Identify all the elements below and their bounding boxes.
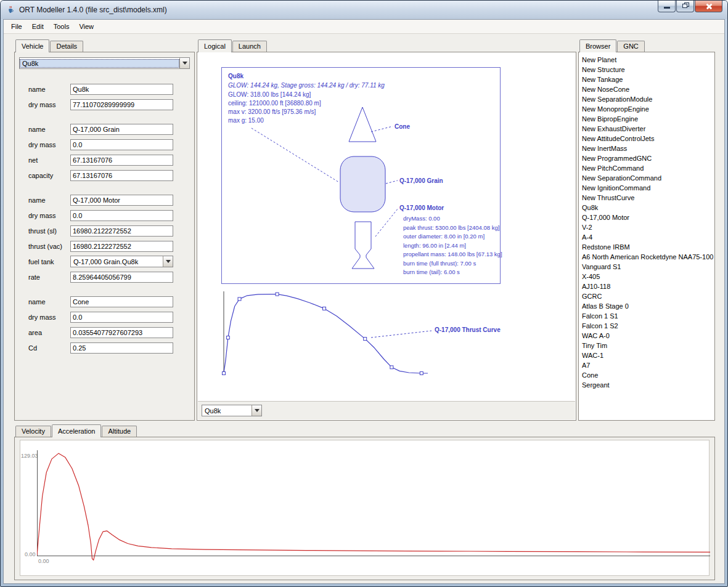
browser-item[interactable]: AJ10-118 [581,281,713,291]
browser-item[interactable]: Q-17,000 Motor [581,213,713,222]
grain-name-input[interactable] [70,124,173,135]
motor-thrust-sl-input[interactable] [70,225,173,237]
chevron-down-icon[interactable] [252,405,261,416]
stage-summary-line: GLOW: 318.00 lbs [144.24 kg] [228,91,321,99]
menu-tools[interactable]: Tools [49,21,75,32]
browser-item[interactable]: New SeparationCommand [581,173,713,183]
field-row: rate [19,269,190,285]
browser-item[interactable]: New MonopropEngine [581,104,713,114]
browser-item[interactable]: New NoseCone [581,84,713,94]
browser-item[interactable]: A6 North American Rocketdyne NAA75-100 [581,252,713,262]
motor-label: Q-17,000 Motor [399,204,444,211]
browser-item[interactable]: GCRC [581,291,713,301]
motor-detail-line: peak thrust: 5300.00 lbs [2404.08 kg] [403,224,502,233]
browser-item[interactable]: Cone [581,370,713,380]
browser-item[interactable]: A7 [581,360,713,370]
grain-net-input[interactable] [70,155,173,166]
field-row: dry mass [19,97,190,112]
browser-item[interactable]: X-405 [581,272,713,281]
chevron-down-icon[interactable] [163,256,173,267]
restore-button[interactable] [676,1,694,12]
browser-item[interactable]: New Tankage [581,75,713,84]
browser-item[interactable]: Falcon 1 S2 [581,321,713,331]
minimize-button[interactable] [658,1,676,12]
browser-item[interactable]: New SeparationModule [581,94,713,104]
browser-item[interactable]: New ProgrammedGNC [581,153,713,163]
browser-item[interactable]: New AttitudeControlJets [581,134,713,144]
motor-field-group: name dry mass thrust (sl) thrust (vac) [19,192,190,285]
cone-leader-line [371,126,393,132]
browser-item[interactable]: New BipropEngine [581,114,713,124]
fuel-tank-select[interactable]: Q-17,000 Grain.Qu8k [70,256,173,267]
close-button[interactable] [695,1,722,12]
cone-cd-label: Cd [28,344,70,352]
titlebar[interactable]: ORT Modeller 1.4.0 (file src_dist\models… [1,1,727,19]
browser-item[interactable]: WAC-1 [581,350,713,360]
field-row: dry mass [19,137,190,152]
tab-launch[interactable]: Launch [232,41,267,52]
motor-name-input[interactable] [70,195,173,206]
browser-item[interactable]: Sergeant [581,380,713,390]
browser-item[interactable]: Qu8k [581,203,713,213]
tab-vehicle[interactable]: Vehicle [15,39,49,52]
stage-select[interactable]: Qu8k [202,405,262,416]
field-row: Cd [19,340,190,355]
minimize-icon [664,7,670,9]
grain-label: Q-17,000 Grain [399,177,443,184]
browser-item[interactable]: Atlas B Stage 0 [581,301,713,311]
browser-item[interactable]: WAC A-0 [581,331,713,341]
cone-name-input[interactable] [70,296,173,307]
tab-browser[interactable]: Browser [579,39,616,52]
browser-item[interactable]: Tiny Tim [581,341,713,350]
cone-label: Cone [395,123,410,130]
y-max-label: 129.03 [21,453,38,459]
menu-view[interactable]: View [74,21,99,32]
motor-leader-line [375,208,398,237]
browser-item[interactable]: New Structure [581,65,713,75]
stage-summary-line: max g: 15.00 [228,116,321,125]
browser-item[interactable]: New InertMass [581,144,713,153]
motor-rate-input[interactable] [70,272,173,283]
field-row: fuel tank Q-17,000 Grain.Qu8k [19,254,190,269]
tab-logical[interactable]: Logical [198,39,232,52]
menu-file[interactable]: File [6,21,27,32]
vehicle-select[interactable]: Qu8k [19,57,190,69]
stage-leader-line [252,128,339,182]
browser-item[interactable]: V-2 [581,222,713,232]
browser-item[interactable]: New PitchCommand [581,163,713,173]
browser-item[interactable]: Redstone IRBM [581,242,713,252]
tab-velocity[interactable]: Velocity [15,426,51,437]
motor-thrust-vac-input[interactable] [70,241,173,252]
browser-item[interactable]: New Planet [581,55,713,65]
field-row: thrust (vac) [19,238,190,254]
browser-panel-tabs: Browser GNC [578,38,715,52]
diagram-title: Qu8k [228,73,243,79]
rocket-dry-mass-input[interactable] [70,99,173,110]
telemetry-panel: Velocity Acceleration Altitude 129.03 0.… [14,423,715,580]
tab-gnc[interactable]: GNC [617,41,644,52]
acceleration-plot: 129.03 0.00 0.00 [20,440,710,576]
tab-acceleration[interactable]: Acceleration [52,424,102,437]
rocket-name-input[interactable] [70,84,173,95]
menu-edit[interactable]: Edit [27,21,49,32]
motor-dry-mass-input[interactable] [70,210,173,221]
tab-details[interactable]: Details [50,41,83,52]
grain-capacity-input[interactable] [70,170,173,181]
browser-item[interactable]: New IgnitionCommand [581,183,713,193]
field-row: name [19,81,190,97]
browser-item[interactable]: A-4 [581,232,713,242]
cone-area-input[interactable] [70,327,173,338]
stage-selector-bar: Qu8k [198,401,575,419]
tab-altitude[interactable]: Altitude [102,426,137,437]
browser-item[interactable]: New ThrustCurve [581,193,713,203]
field-row: dry mass [19,309,190,325]
browser-item[interactable]: Falcon 1 S1 [581,311,713,321]
browser-item[interactable]: Vanguard S1 [581,262,713,272]
cone-cd-input[interactable] [70,342,173,354]
browser-item[interactable]: New ExhaustDiverter [581,124,713,134]
chevron-down-icon[interactable] [179,58,189,68]
cone-dry-mass-input[interactable] [70,312,173,323]
app-window: ORT Modeller 1.4.0 (file src_dist\models… [0,0,728,587]
motor-thrust-sl-label: thrust (sl) [28,227,70,235]
grain-dry-mass-input[interactable] [70,139,173,150]
